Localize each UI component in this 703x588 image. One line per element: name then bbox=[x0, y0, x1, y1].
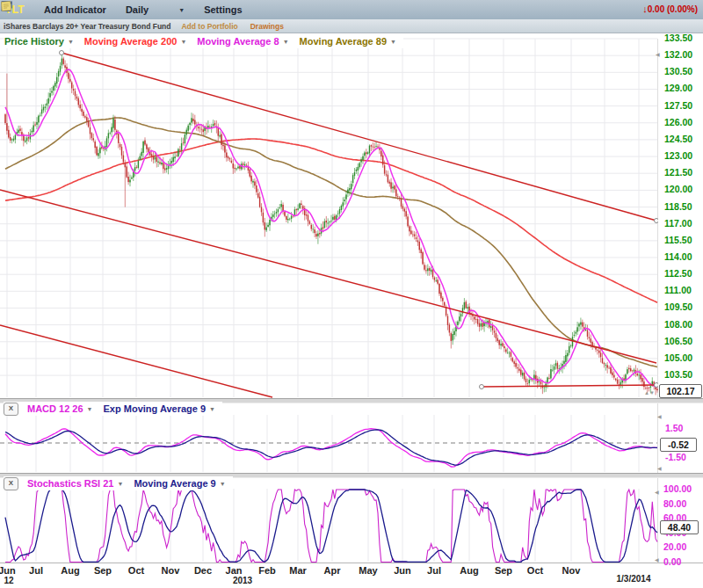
price-axis-label: 112.50 bbox=[664, 268, 692, 279]
add-indicator-button[interactable]: Add Indicator bbox=[44, 4, 106, 15]
settings-button[interactable]: Settings bbox=[204, 4, 242, 15]
alarm-icon[interactable] bbox=[257, 4, 269, 16]
fund-name-label: iShares Barclays 20+ Year Treasury Bond … bbox=[4, 22, 170, 31]
price-axis-label: 124.50 bbox=[664, 134, 692, 144]
month-axis-label: Jan bbox=[226, 565, 243, 576]
month-axis-label: Sep bbox=[495, 565, 512, 576]
chart-canvas[interactable] bbox=[0, 0, 703, 588]
scroll-arrow-icon[interactable]: ◀ bbox=[655, 489, 659, 495]
macd-indicator[interactable]: MACD 12 26 bbox=[27, 403, 83, 414]
stoch-value-box: 48.40 bbox=[660, 520, 699, 534]
scroll-arrow-icon[interactable]: ▲▼ bbox=[644, 390, 655, 396]
macd-pane-header: X MACD 12 26▼ Exp Moving Average 9▼ bbox=[4, 402, 222, 416]
chevron-down-icon[interactable]: ▼ bbox=[220, 481, 226, 487]
period-dropdown-arrow-icon[interactable]: ▼ bbox=[178, 7, 185, 13]
chevron-down-icon[interactable]: ▼ bbox=[283, 39, 289, 45]
chevron-down-icon[interactable]: ▼ bbox=[209, 406, 215, 412]
ma8-indicator[interactable]: Moving Average 8 bbox=[197, 36, 279, 47]
month-axis-label: Oct bbox=[128, 565, 144, 576]
month-axis-label: Sep bbox=[94, 565, 112, 576]
month-axis-label: Mar bbox=[289, 565, 307, 576]
ma89-indicator[interactable]: Moving Average 89 bbox=[300, 36, 387, 47]
chevron-down-icon[interactable]: ▼ bbox=[87, 406, 93, 412]
close-macd-button[interactable]: X bbox=[4, 403, 18, 416]
macd-value-box: -0.52 bbox=[660, 438, 697, 452]
month-axis-label: Nov bbox=[562, 565, 581, 576]
month-axis-label: Aug bbox=[61, 565, 79, 576]
price-axis-label: 109.50 bbox=[664, 301, 692, 312]
month-axis-label: Oct bbox=[527, 565, 543, 576]
stoch-axis-label: 0.00 bbox=[663, 556, 681, 567]
year-axis-label: 2013 bbox=[233, 576, 252, 585]
price-axis-label: 129.00 bbox=[664, 83, 692, 93]
price-axis-label: 127.50 bbox=[664, 100, 692, 111]
note-icon[interactable] bbox=[358, 4, 370, 16]
month-axis-label: Aug bbox=[460, 565, 478, 576]
price-axis-label: 117.00 bbox=[664, 218, 692, 229]
drawings-link[interactable]: Drawings bbox=[250, 22, 284, 31]
price-axis-label: 108.00 bbox=[664, 319, 692, 330]
price-pane-header: Price History▼ Moving Average 200▼ Movin… bbox=[4, 34, 403, 48]
stoch-axis-label: 100.00 bbox=[663, 483, 692, 494]
scroll-arrow-icon[interactable]: ◀ bbox=[657, 413, 662, 419]
twitter-icon[interactable] bbox=[297, 4, 309, 16]
add-to-portfolio-link[interactable]: Add to Portfolio bbox=[181, 22, 237, 31]
month-axis-label: Jul bbox=[427, 565, 441, 576]
price-axis-label: 120.00 bbox=[664, 184, 692, 194]
macd-axis-label: 1.50 bbox=[665, 423, 683, 433]
charting-app: { "toolbar": { "symbol": "TLT", "add_ind… bbox=[0, 0, 703, 588]
end-date-label: 1/3/2014 bbox=[617, 574, 651, 584]
price-change-readout: ↓0.00 (0.00%) bbox=[642, 4, 698, 14]
price-axis-label: 121.50 bbox=[664, 167, 692, 178]
chevron-down-icon[interactable]: ▼ bbox=[68, 39, 74, 45]
main-toolbar: TLT Add Indicator Daily ▼ Settings f ↓0.… bbox=[0, 0, 703, 19]
price-axis-label: 105.00 bbox=[664, 352, 692, 363]
close-stoch-button[interactable]: X bbox=[4, 477, 18, 490]
macd-signal-indicator[interactable]: Exp Moving Average 9 bbox=[104, 403, 207, 414]
camera-icon[interactable] bbox=[337, 4, 350, 16]
ma200-indicator[interactable]: Moving Average 200 bbox=[84, 36, 178, 47]
month-axis-label: Nov bbox=[162, 565, 180, 576]
scroll-arrow-icon[interactable]: ◀ bbox=[657, 465, 662, 471]
macd-axis-label: -1.50 bbox=[665, 452, 686, 462]
month-axis-label: Jul bbox=[29, 565, 43, 576]
symbol-info-bar: iShares Barclays 20+ Year Treasury Bond … bbox=[0, 19, 703, 33]
price-axis-label: 132.00 bbox=[664, 49, 692, 60]
stoch-ma-indicator[interactable]: Moving Average 9 bbox=[134, 478, 215, 489]
price-axis-label: 130.50 bbox=[664, 66, 692, 76]
chevron-down-icon[interactable]: ▼ bbox=[390, 39, 396, 45]
price-axis-label: 106.50 bbox=[664, 336, 692, 346]
stoch-indicator[interactable]: Stochastics RSI 21 bbox=[27, 478, 113, 489]
change-text: 0.00 (0.00%) bbox=[648, 4, 698, 14]
year-axis-label: 12 bbox=[4, 576, 13, 585]
scroll-arrow-icon[interactable]: ◀ bbox=[655, 556, 659, 563]
month-axis-label: Apr bbox=[324, 565, 341, 576]
cube-icon[interactable] bbox=[277, 4, 289, 16]
stoch-axis-label: 80.00 bbox=[663, 498, 686, 509]
month-axis-label: Jun bbox=[0, 565, 16, 576]
toolbar-icons: f bbox=[257, 4, 370, 16]
month-axis-label: May bbox=[359, 565, 377, 576]
price-axis-label: 126.00 bbox=[664, 117, 692, 127]
price-axis-label: 115.50 bbox=[664, 235, 692, 245]
stoch-pane-header: X Stochastics RSI 21▼ Moving Average 9▼ bbox=[4, 476, 233, 490]
last-price-box: 102.17 bbox=[659, 384, 702, 398]
period-dropdown[interactable]: Daily bbox=[126, 4, 149, 15]
price-history-indicator[interactable]: Price History bbox=[4, 36, 64, 47]
chevron-down-icon[interactable]: ▼ bbox=[180, 39, 186, 45]
month-axis-label: Feb bbox=[258, 565, 276, 576]
month-axis-label: Jun bbox=[394, 565, 411, 576]
price-axis-label: 118.50 bbox=[664, 201, 692, 212]
price-axis-label: 123.00 bbox=[664, 150, 692, 161]
price-axis-label: 114.00 bbox=[664, 251, 692, 262]
facebook-icon[interactable]: f bbox=[317, 4, 330, 16]
price-axis-label: 133.50 bbox=[664, 33, 692, 43]
month-axis-label: Dec bbox=[194, 565, 212, 576]
price-axis-label: 103.50 bbox=[664, 369, 692, 380]
price-axis-label: 111.00 bbox=[664, 285, 692, 295]
chevron-down-icon[interactable]: ▼ bbox=[117, 481, 123, 487]
stoch-axis-label: 20.00 bbox=[663, 541, 686, 552]
scroll-arrow-icon[interactable]: ◀ bbox=[656, 51, 660, 57]
